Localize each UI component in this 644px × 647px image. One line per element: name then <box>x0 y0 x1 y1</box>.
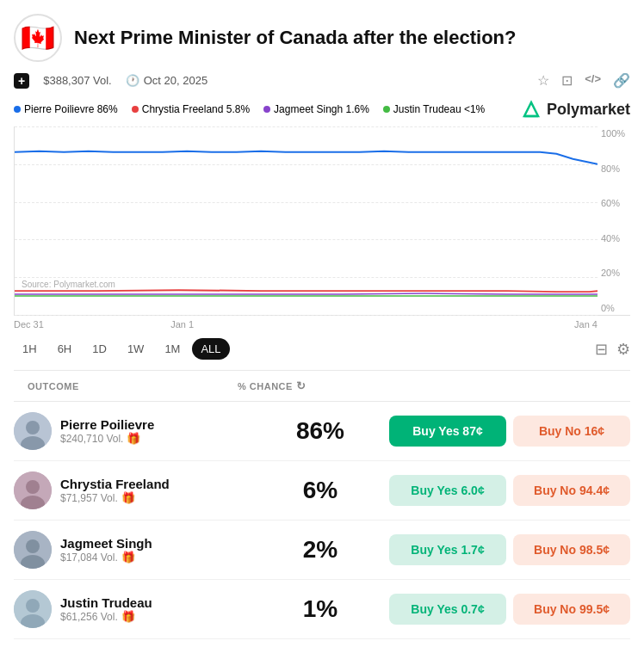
avatar-svg-pierre <box>14 412 52 450</box>
date-value: Oct 20, 2025 <box>144 74 207 87</box>
name-col-jagmeet: Jagmeet Singh $17,084 Vol. 🎁 <box>60 536 152 564</box>
actions-justin: Buy Yes 0.7¢ Buy No 99.5¢ <box>389 594 630 625</box>
meta-row: + $388,307 Vol. 🕐 Oct 20, 2025 ☆ ⊡ </> 🔗 <box>14 72 630 89</box>
vol-value-chrystia: $71,957 Vol. <box>60 492 118 504</box>
meta-actions: ☆ ⊡ </> 🔗 <box>537 72 630 89</box>
avatar-jagmeet <box>14 531 52 569</box>
refresh-icon[interactable]: ↻ <box>296 379 307 392</box>
chance-val-pierre: 86% <box>251 417 389 445</box>
buy-yes-justin[interactable]: Buy Yes 0.7¢ <box>389 594 506 625</box>
btn-all[interactable]: ALL <box>192 338 229 360</box>
actions-pierre: Buy Yes 87¢ Buy No 16¢ <box>389 416 630 447</box>
volume-info: $388,307 Vol. <box>43 74 112 87</box>
buy-no-justin[interactable]: Buy No 99.5¢ <box>513 594 630 625</box>
person-name-pierre: Pierre Poilievre <box>60 417 154 432</box>
outcome-info-jagmeet: Jagmeet Singh $17,084 Vol. 🎁 <box>14 531 251 569</box>
avatar-svg-chrystia <box>14 471 52 509</box>
flag-icon: 🇨🇦 <box>14 14 62 62</box>
chart-line-chrystia <box>15 290 598 292</box>
buy-no-chrystia[interactable]: Buy No 94.4¢ <box>513 475 630 506</box>
person-name-justin: Justin Trudeau <box>60 595 152 610</box>
legend-label-pierre: Pierre Poilievre 86% <box>24 103 118 115</box>
legend-pierre: Pierre Poilievre 86% <box>14 103 118 115</box>
y-label-100: 100% <box>601 128 627 139</box>
x-label-jan4: Jan 4 <box>574 319 598 330</box>
outcome-label: OUTCOME <box>28 381 79 391</box>
time-controls: 1H 6H 1D 1W 1M ALL ⊟ ⚙ <box>14 338 630 360</box>
code-icon[interactable]: </> <box>585 72 601 89</box>
legend-justin: Justin Trudeau <1% <box>383 103 485 115</box>
btn-1w[interactable]: 1W <box>119 338 153 360</box>
svg-point-12 <box>26 599 40 613</box>
gridline-0 <box>15 315 598 316</box>
x-label-dec31: Dec 31 <box>14 319 44 330</box>
link-icon[interactable]: 🔗 <box>613 72 630 89</box>
svg-point-3 <box>26 421 40 434</box>
share-icon[interactable]: ⊡ <box>561 72 573 89</box>
avatar-pierre <box>14 412 52 450</box>
bookmark-icon[interactable]: ☆ <box>537 72 549 89</box>
btn-1m[interactable]: 1M <box>156 338 189 360</box>
btn-1h[interactable]: 1H <box>14 338 46 360</box>
y-label-80: 80% <box>601 163 627 174</box>
row-pierre: Pierre Poilievre $240,710 Vol. 🎁 86% Buy… <box>14 402 630 461</box>
page-container: 🇨🇦 Next Prime Minister of Canada after t… <box>0 0 644 647</box>
vol-value-justin: $61,256 Vol. <box>60 611 118 623</box>
vol-pierre: $240,710 Vol. 🎁 <box>60 432 154 445</box>
legend-label-justin: Justin Trudeau <1% <box>393 103 485 115</box>
outcome-info-chrystia: Chrystia Freeland $71,957 Vol. 🎁 <box>14 471 251 509</box>
legend-label-jagmeet: Jagmeet Singh 1.6% <box>274 103 369 115</box>
legend-dot-chrystia <box>132 106 139 113</box>
source-label: Source: Polymarket.com <box>22 280 115 289</box>
row-chrystia: Chrystia Freeland $71,957 Vol. 🎁 6% Buy … <box>14 461 630 521</box>
outcome-info-justin: Justin Trudeau $61,256 Vol. 🎁 <box>14 590 251 628</box>
table-header: OUTCOME % CHANCE ↻ <box>14 371 630 402</box>
avatar-svg-jagmeet <box>14 531 52 569</box>
avatar-chrystia <box>14 471 52 509</box>
col-chance-header: % CHANCE ↻ <box>238 379 375 392</box>
vol-value-pierre: $240,710 Vol. <box>60 433 123 445</box>
clock-icon: 🕐 <box>126 74 139 87</box>
col-outcome-header: OUTCOME <box>28 381 238 391</box>
vol-justin: $61,256 Vol. 🎁 <box>60 610 152 623</box>
y-label-0: 0% <box>601 303 627 313</box>
row-justin: Justin Trudeau $61,256 Vol. 🎁 1% Buy Yes… <box>14 580 630 639</box>
y-label-40: 40% <box>601 233 627 243</box>
filter-icon[interactable]: ⊟ <box>595 340 608 359</box>
chance-val-jagmeet: 2% <box>251 536 389 564</box>
gift-icon-pierre: 🎁 <box>127 432 140 445</box>
avatar-svg-justin <box>14 590 52 628</box>
btn-1d[interactable]: 1D <box>84 338 115 360</box>
actions-chrystia: Buy Yes 6.0¢ Buy No 94.4¢ <box>389 475 630 506</box>
buy-yes-pierre[interactable]: Buy Yes 87¢ <box>389 416 506 447</box>
buy-yes-jagmeet[interactable]: Buy Yes 1.7¢ <box>389 534 506 565</box>
vol-value-jagmeet: $17,084 Vol. <box>60 551 118 564</box>
chart-y-axis: 100% 80% 60% 40% 20% 0% <box>598 126 630 315</box>
add-item[interactable]: + <box>14 73 29 89</box>
buy-no-jagmeet[interactable]: Buy No 98.5¢ <box>513 534 630 565</box>
vol-chrystia: $71,957 Vol. 🎁 <box>60 491 170 504</box>
y-label-20: 20% <box>601 268 627 278</box>
legend-jagmeet: Jagmeet Singh 1.6% <box>263 103 369 115</box>
date-info: 🕐 Oct 20, 2025 <box>126 74 207 87</box>
legend-label-chrystia: Chrystia Freeland 5.8% <box>142 103 250 115</box>
row-jagmeet: Jagmeet Singh $17,084 Vol. 🎁 2% Buy Yes … <box>14 521 630 580</box>
vol-jagmeet: $17,084 Vol. 🎁 <box>60 551 152 564</box>
person-name-chrystia: Chrystia Freeland <box>60 477 170 491</box>
x-label-jan1: Jan 1 <box>170 319 194 330</box>
name-col-chrystia: Chrystia Freeland $71,957 Vol. 🎁 <box>60 477 170 504</box>
chart-area: Source: Polymarket.com 100% 80% 60% 40% … <box>14 126 630 316</box>
avatar-justin <box>14 590 52 628</box>
outcome-info-pierre: Pierre Poilievre $240,710 Vol. 🎁 <box>14 412 251 450</box>
buy-yes-chrystia[interactable]: Buy Yes 6.0¢ <box>389 475 506 506</box>
polymarket-logo: Polymarket <box>521 99 630 120</box>
name-col-pierre: Pierre Poilievre $240,710 Vol. 🎁 <box>60 417 154 445</box>
svg-marker-0 <box>524 102 538 116</box>
chart-controls-right: ⊟ ⚙ <box>595 340 630 359</box>
btn-6h[interactable]: 6H <box>49 338 81 360</box>
gift-icon-jagmeet: 🎁 <box>121 551 135 564</box>
buy-no-pierre[interactable]: Buy No 16¢ <box>513 416 630 447</box>
settings-icon[interactable]: ⚙ <box>616 340 630 359</box>
volume-value: $388,307 Vol. <box>43 74 112 87</box>
name-col-justin: Justin Trudeau $61,256 Vol. 🎁 <box>60 595 152 623</box>
